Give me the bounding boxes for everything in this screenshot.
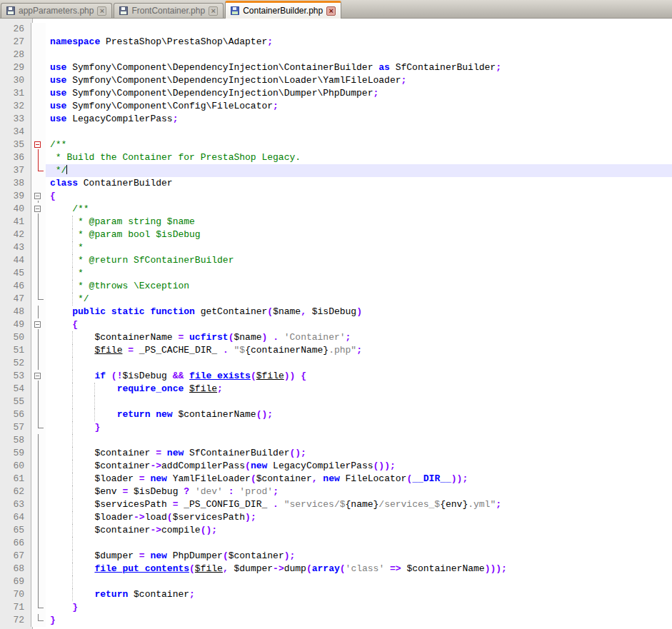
code-line[interactable]: 68 file_put_contents($file, $dumper->dum… [0,563,672,575]
tab-appparameters[interactable]: appParameters.php × [1,3,112,18]
code-line[interactable]: 57 } [0,421,672,434]
code-line[interactable]: 36 * Build the Container for PrestaShop … [0,151,672,164]
line-number[interactable]: 27 [0,36,31,49]
code-line[interactable]: 66 [0,537,672,550]
code-line[interactable]: 48 public static function getContainer($… [0,306,672,318]
code-line[interactable]: 28 [0,49,672,61]
line-number[interactable]: 60 [0,460,31,473]
line-number[interactable]: 45 [0,267,31,280]
line-number[interactable]: 40 [0,203,31,216]
line-number[interactable]: 29 [0,61,31,74]
line-number[interactable]: 52 [0,357,31,370]
line-number[interactable]: 65 [0,524,31,537]
code-line[interactable]: 31use Symfony\Component\DependencyInject… [0,87,672,100]
code-line[interactable]: 40 /** [0,203,672,216]
close-icon[interactable]: × [97,6,106,16]
code-line[interactable]: 52 [0,357,672,370]
line-number[interactable]: 58 [0,434,31,447]
line-number[interactable]: 43 [0,241,31,254]
code-line[interactable]: 63 $servicesPath = _PS_CONFIG_DIR_ . "se… [0,498,672,511]
line-number[interactable]: 47 [0,293,31,306]
close-icon[interactable]: × [209,6,218,16]
code-line[interactable]: 32use Symfony\Component\Config\FileLocat… [0,100,672,113]
line-number[interactable]: 36 [0,151,31,164]
code-line[interactable]: 45 * [0,267,672,280]
line-number[interactable]: 72 [0,614,31,627]
code-area[interactable]: 2627namespace PrestaShop\PrestaShop\Adap… [0,19,672,627]
line-number[interactable]: 35 [0,139,31,151]
tab-frontcontainer[interactable]: FrontContainer.php × [114,3,224,18]
line-number[interactable]: 59 [0,447,31,460]
code-line[interactable]: 42 * @param bool $isDebug [0,228,672,241]
fold-toggle[interactable] [31,203,46,216]
line-number[interactable]: 34 [0,126,31,139]
line-number[interactable]: 49 [0,318,31,331]
code-line[interactable]: 41 * @param string $name [0,216,672,228]
line-number[interactable]: 44 [0,254,31,267]
code-line[interactable]: 70 return $container; [0,588,672,601]
code-line[interactable]: 65 $container->compile(); [0,524,672,537]
code-line[interactable]: 27namespace PrestaShop\PrestaShop\Adapte… [0,36,672,49]
line-number[interactable]: 37 [0,164,31,177]
line-number[interactable]: 70 [0,588,31,601]
code-line[interactable]: 71 } [0,601,672,614]
line-number[interactable]: 54 [0,383,31,396]
code-line[interactable]: 64 $loader->load($servicesPath); [0,511,672,524]
code-line[interactable]: 58 [0,434,672,447]
line-number[interactable]: 51 [0,344,31,357]
code-line[interactable]: 44 * @return SfContainerBuilder [0,254,672,267]
fold-toggle[interactable] [31,139,46,151]
code-line[interactable]: 37 */ [0,164,672,177]
code-line[interactable]: 51 $file = _PS_CACHE_DIR_ . "${container… [0,344,672,357]
fold-toggle[interactable] [31,370,46,383]
line-number[interactable]: 46 [0,280,31,293]
line-number[interactable]: 71 [0,601,31,614]
code-line[interactable]: 50 $containerName = ucfirst($name) . 'Co… [0,331,672,344]
code-line[interactable]: 34 [0,126,672,139]
line-number[interactable]: 67 [0,550,31,563]
fold-toggle[interactable] [31,190,46,203]
tab-containerbuilder[interactable]: ContainerBuilder.php × [225,1,341,19]
line-number[interactable]: 42 [0,228,31,241]
line-number[interactable]: 31 [0,87,31,100]
code-line[interactable]: 46 * @throws \Exception [0,280,672,293]
code-line[interactable]: 30use Symfony\Component\DependencyInject… [0,74,672,87]
fold-toggle[interactable] [31,318,46,331]
line-number[interactable]: 32 [0,100,31,113]
code-line[interactable]: 61 $loader = new YamlFileLoader($contain… [0,473,672,485]
code-line[interactable]: 26 [0,23,672,36]
code-line[interactable]: 33use LegacyCompilerPass; [0,113,672,126]
line-number[interactable]: 28 [0,49,31,61]
line-number[interactable]: 38 [0,177,31,190]
code-line[interactable]: 43 * [0,241,672,254]
line-number[interactable]: 64 [0,511,31,524]
code-line[interactable]: 62 $env = $isDebug ? 'dev' : 'prod'; [0,485,672,498]
line-number[interactable]: 30 [0,74,31,87]
code-line[interactable]: 54 require_once $file; [0,383,672,396]
line-number[interactable]: 39 [0,190,31,203]
line-number[interactable]: 61 [0,473,31,485]
line-number[interactable]: 55 [0,396,31,408]
line-number[interactable]: 56 [0,408,31,421]
code-line[interactable]: 72} [0,614,672,627]
code-line[interactable]: 29use Symfony\Component\DependencyInject… [0,61,672,74]
code-line[interactable]: 69 [0,575,672,588]
line-number[interactable]: 66 [0,537,31,550]
close-icon[interactable]: × [326,6,336,16]
code-line[interactable]: 49 { [0,318,672,331]
code-line[interactable]: 60 $container->addCompilerPass(new Legac… [0,460,672,473]
code-line[interactable]: 59 $container = new SfContainerBuilder()… [0,447,672,460]
line-number[interactable]: 41 [0,216,31,228]
line-number[interactable]: 57 [0,421,31,434]
line-number[interactable]: 26 [0,23,31,36]
code-line[interactable]: 35/** [0,139,672,151]
code-line[interactable]: 38class ContainerBuilder [0,177,672,190]
code-line[interactable]: 56 return new $containerName(); [0,408,672,421]
line-number[interactable]: 68 [0,563,31,575]
code-line[interactable]: 53 if (!$isDebug && file_exists($file)) … [0,370,672,383]
line-number[interactable]: 33 [0,113,31,126]
line-number[interactable]: 53 [0,370,31,383]
code-line[interactable]: 67 $dumper = new PhpDumper($container); [0,550,672,563]
code-line[interactable]: 47 */ [0,293,672,306]
line-number[interactable]: 62 [0,485,31,498]
